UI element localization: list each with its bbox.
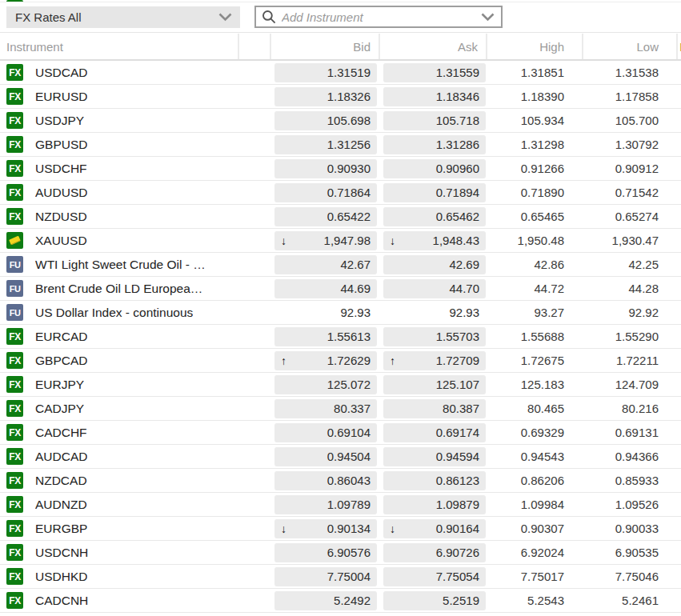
ask-quote-button[interactable]: 42.69	[383, 255, 486, 274]
column-header-instrument[interactable]: Instrument	[0, 34, 238, 59]
high-value: 0.86206	[486, 474, 582, 487]
ask-quote-button[interactable]: 0.90960	[383, 159, 486, 178]
ask-quote-button[interactable]: 0.71894	[383, 183, 486, 202]
add-instrument-input[interactable]	[282, 10, 481, 24]
bid-column-cell: 125.072	[270, 375, 379, 394]
table-row[interactable]: FX USDHKD 7.75004 7.75054 7.75017 7.7504…	[0, 565, 681, 589]
table-row[interactable]: FX CADJPY 80.337 80.387 80.465 80.216	[0, 397, 681, 421]
bid-quote-button[interactable]: 1.31519	[274, 63, 377, 82]
instrument-cell: FX GBPUSD	[0, 136, 238, 153]
add-instrument-combobox[interactable]	[254, 6, 503, 28]
bid-quote-button[interactable]: 125.072	[274, 375, 377, 394]
high-value: 0.91266	[486, 162, 582, 175]
bid-column-cell: 92.93	[270, 303, 379, 322]
bid-quote-button[interactable]: 0.90930	[274, 159, 377, 178]
bid-quote-button[interactable]: 7.75004	[274, 567, 377, 586]
bid-quote-button[interactable]: 6.90576	[274, 543, 377, 562]
bid-quote-button[interactable]: 105.698	[274, 111, 377, 130]
ask-quote-button[interactable]: 1.31559	[383, 63, 486, 82]
bid-quote-button[interactable]: 1.18326	[274, 87, 377, 106]
table-row[interactable]: FX NZDUSD 0.65422 0.65462 0.65465 0.6527…	[0, 205, 681, 229]
ask-quote-button[interactable]: 6.90726	[383, 543, 486, 562]
bid-quote-button[interactable]: 80.337	[274, 399, 377, 418]
instrument-name: AUDUSD	[35, 186, 87, 200]
ask-quote-button[interactable]: 0.65462	[383, 207, 486, 226]
bid-value: 0.90134	[327, 522, 371, 535]
bid-quote-button[interactable]: 0.65422	[274, 207, 377, 226]
ask-column-cell: 5.2519	[379, 591, 486, 610]
table-row[interactable]: FX GBPUSD 1.31256 1.31286 1.31298 1.3079…	[0, 133, 681, 157]
ask-quote-button[interactable]: 44.70	[383, 279, 486, 298]
table-row[interactable]: FX EURCAD 1.55613 1.55703 1.55688 1.5529…	[0, 325, 681, 349]
table-row[interactable]: FX USDJPY 105.698 105.718 105.934 105.70…	[0, 109, 681, 133]
bid-quote-button[interactable]: 1.55613	[274, 327, 377, 346]
ask-quote-button[interactable]: 1.09879	[383, 495, 486, 514]
bid-quote-button[interactable]: 0.86043	[274, 471, 377, 490]
table-row[interactable]: FX EURUSD 1.18326 1.18346 1.18390 1.1785…	[0, 85, 681, 109]
bid-quote-button[interactable]: 0.94504	[274, 447, 377, 466]
ask-quote-button[interactable]: 0.94594	[383, 447, 486, 466]
ask-quote-button[interactable]: 92.93	[383, 303, 486, 322]
bid-value: 0.86043	[327, 474, 371, 487]
bid-quote-button[interactable]: ↓ 1,947.98	[274, 231, 377, 250]
bid-quote-button[interactable]: ↑ 1.72629	[274, 351, 377, 370]
table-row[interactable]: FX USDCHF 0.90930 0.90960 0.91266 0.9091…	[0, 157, 681, 181]
ask-quote-button[interactable]: 80.387	[383, 399, 486, 418]
ask-quote-button[interactable]: ↓ 0.90164	[383, 519, 486, 538]
table-row[interactable]: FX EURGBP ↓ 0.90134 ↓ 0.90164 0.90307 0.…	[0, 517, 681, 541]
table-row[interactable]: FX AUDCAD 0.94504 0.94594 0.94543 0.9436…	[0, 445, 681, 469]
table-row[interactable]: FX AUDUSD 0.71864 0.71894 0.71890 0.7154…	[0, 181, 681, 205]
table-row[interactable]: FX AUDNZD 1.09789 1.09879 1.09984 1.0952…	[0, 493, 681, 517]
table-row[interactable]: XAUUSD ↓ 1,947.98 ↓ 1,948.43 1,950.48 1,…	[0, 229, 681, 253]
column-header-ask[interactable]: Ask	[379, 34, 486, 59]
table-row[interactable]: FX CADCNH 5.2492 5.2519 5.2543 5.2461	[0, 589, 681, 613]
ask-quote-button[interactable]: ↓ 1,948.43	[383, 231, 486, 250]
table-row[interactable]: FU Brent Crude Oil LD Europea… 44.69 44.…	[0, 277, 681, 301]
ask-quote-button[interactable]: 1.55703	[383, 327, 486, 346]
bid-value: 1,947.98	[324, 234, 371, 247]
bid-quote-button[interactable]: 44.69	[274, 279, 377, 298]
column-header-high[interactable]: High	[486, 34, 582, 59]
table-row[interactable]: FU US Dollar Index - continuous 92.93 92…	[0, 301, 681, 325]
bid-quote-button[interactable]: 0.69104	[274, 423, 377, 442]
table-row[interactable]: FX GBPCAD ↑ 1.72629 ↑ 1.72709 1.72675 1.…	[0, 349, 681, 373]
table-row[interactable]: FU WTI Light Sweet Crude Oil - … 42.67 4…	[0, 253, 681, 277]
ask-quote-button[interactable]: 125.107	[383, 375, 486, 394]
bid-quote-button[interactable]: 5.2492	[274, 591, 377, 610]
ask-quote-button[interactable]: ↑ 1.72709	[383, 351, 486, 370]
ask-quote-button[interactable]: 0.69174	[383, 423, 486, 442]
bid-quote-button[interactable]: 42.67	[274, 255, 377, 274]
instrument-cell: FX NZDCAD	[0, 472, 238, 489]
ask-column-cell: 1.09879	[379, 495, 486, 514]
instrument-cell: FX AUDNZD	[0, 496, 238, 513]
instrument-name: CADCNH	[35, 594, 88, 608]
table-row[interactable]: FX NZDCAD 0.86043 0.86123 0.86206 0.8593…	[0, 469, 681, 493]
table-header: Instrument Bid Ask High Low N	[0, 34, 681, 61]
ask-value: 1.55703	[436, 330, 479, 343]
bid-quote-button[interactable]: ↓ 0.90134	[274, 519, 377, 538]
chevron-down-icon	[218, 13, 232, 22]
bid-quote-button[interactable]: 92.93	[274, 303, 377, 322]
bid-quote-button[interactable]: 1.31256	[274, 135, 377, 154]
instrument-type-badge: FX	[6, 64, 23, 81]
ask-quote-button[interactable]: 7.75054	[383, 567, 486, 586]
low-value: 42.25	[582, 258, 676, 271]
ask-quote-button[interactable]: 1.31286	[383, 135, 486, 154]
ask-quote-button[interactable]: 5.2519	[383, 591, 486, 610]
ask-value: 0.94594	[436, 450, 479, 463]
low-value: 5.2461	[582, 594, 676, 607]
table-row[interactable]: FX USDCAD 1.31519 1.31559 1.31851 1.3153…	[0, 61, 681, 85]
bid-quote-button[interactable]: 1.09789	[274, 495, 377, 514]
column-header-low[interactable]: Low	[582, 34, 676, 59]
watchlist-selector-value: FX Rates All	[15, 10, 82, 24]
table-row[interactable]: FX USDCNH 6.90576 6.90726 6.92024 6.9053…	[0, 541, 681, 565]
table-row[interactable]: FX EURJPY 125.072 125.107 125.183 124.70…	[0, 373, 681, 397]
low-value: 1.72211	[582, 354, 676, 367]
table-row[interactable]: FX CADCHF 0.69104 0.69174 0.69329 0.6913…	[0, 421, 681, 445]
bid-quote-button[interactable]: 0.71864	[274, 183, 377, 202]
column-header-bid[interactable]: Bid	[270, 34, 379, 59]
watchlist-selector[interactable]: FX Rates All	[6, 6, 240, 28]
ask-quote-button[interactable]: 105.718	[383, 111, 486, 130]
ask-quote-button[interactable]: 1.18346	[383, 87, 486, 106]
ask-quote-button[interactable]: 0.86123	[383, 471, 486, 490]
